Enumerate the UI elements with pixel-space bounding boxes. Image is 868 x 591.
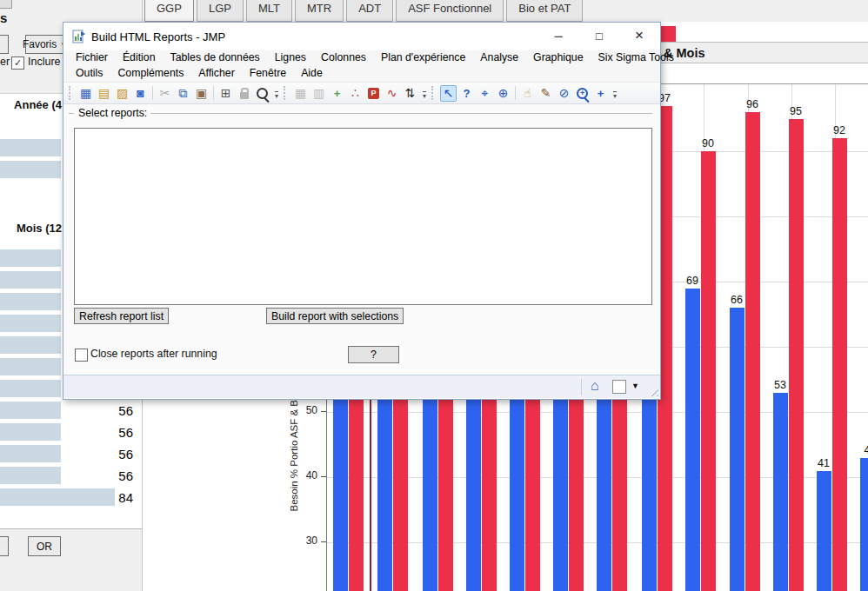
filter-row-bar[interactable] [0,161,61,178]
globe-crosshair-icon[interactable]: ⊕ [495,85,511,102]
close-button[interactable]: × [629,27,650,44]
brush-icon[interactable]: ✎ [537,85,554,102]
menu-compl-ments[interactable]: Compléments [117,67,184,79]
copy-icon[interactable]: ⧉ [175,85,191,102]
inclure-checkbox[interactable]: ✓ [11,56,24,70]
menu-fichier[interactable]: Fichier [76,51,108,63]
filter-row-bar[interactable] [0,293,61,310]
filter-row-bar[interactable] [0,467,61,484]
menu-six-sigma-tools[interactable]: Six Sigma Tools [598,51,674,63]
tab-mlt[interactable]: MLT [246,0,292,22]
move-tool-icon[interactable]: ⌖ [477,85,493,102]
open-icon[interactable]: ▨ [114,85,130,102]
build-report-button[interactable]: Build report with selections [266,308,404,324]
blue-bar[interactable] [860,458,868,591]
favoris-dropdown[interactable]: Favoris ▼ [25,35,64,54]
menu-graphique[interactable]: Graphique [533,51,583,63]
filter-row-count: 84 [118,487,133,508]
close-reports-checkbox[interactable] [75,349,88,362]
dropdown-caret-icon[interactable]: ▼ [631,382,639,390]
help-icon[interactable]: ? [458,85,475,102]
tab-mtr[interactable]: MTR [295,0,344,22]
lasso-icon[interactable]: ⊘ [556,85,572,102]
home-icon[interactable]: ⌂ [591,378,599,394]
new-script-icon[interactable]: ▤ [96,85,112,102]
close-reports-label: Close reports after running [90,348,217,360]
paste-icon[interactable]: ▣ [193,85,210,102]
columns-icon[interactable]: ▥ [310,85,327,102]
red-bar[interactable] [701,151,716,591]
menu-plan-d-exp-rience[interactable]: Plan d'expérience [381,51,465,63]
menu-analyse[interactable]: Analyse [480,51,518,63]
pattern-icon[interactable]: ∴ [347,85,364,102]
tab-asf-fonctionnel[interactable]: ASF Fonctionnel [396,0,504,22]
data-table-icon[interactable]: ▦ [292,85,309,102]
filter-row-bar[interactable] [0,249,61,267]
menu--dition[interactable]: Édition [123,51,156,63]
maximize-button[interactable]: □ [589,27,610,44]
minimize-button[interactable]: ─ [548,27,569,44]
filter-section-header: Mois (12 [17,222,62,235]
filter-row-bar[interactable] [0,423,61,441]
resize-grip[interactable] [648,386,658,396]
red-bar[interactable] [832,138,847,591]
filter-row-bar[interactable] [0,271,61,289]
preferences-icon[interactable]: ⊞ [217,85,234,102]
search-icon[interactable] [254,85,270,102]
partial-button[interactable] [0,536,9,556]
blue-bar[interactable] [685,289,700,591]
blue-bar[interactable] [730,308,744,591]
menu-colonnes[interactable]: Colonnes [321,51,366,63]
grabber-hand-icon[interactable]: ☝ [519,85,536,102]
magnifier-zoom-icon[interactable] [574,85,591,102]
report-listbox[interactable] [74,128,652,305]
or-button[interactable]: OR [28,536,61,556]
journal-icon[interactable]: ∿ [384,85,400,102]
cut-icon[interactable]: ✂ [157,85,173,102]
build-html-reports-dialog: Build HTML Reports - JMP ─ □ × FichierÉd… [63,22,661,400]
crosshair-plus-icon[interactable]: + [592,85,609,102]
tab-adt[interactable]: ADT [346,0,393,22]
save-icon[interactable]: ◙ [132,85,149,102]
filter-row-bar[interactable] [0,358,61,375]
filter-row-bar[interactable] [0,315,61,332]
tab-ggp[interactable]: GGP [144,0,194,22]
menu-outils[interactable]: Outils [76,67,103,79]
blue-bar[interactable] [773,393,788,591]
red-bar[interactable] [789,119,804,591]
filter-row-bar[interactable] [0,139,61,156]
menu-aide[interactable]: Aide [301,67,323,79]
add-graph-icon[interactable]: + [329,85,345,102]
jmp-dialog-icon [72,30,86,43]
statusbar-checkbox[interactable] [612,380,626,394]
blue-bar[interactable] [817,471,831,591]
menu-fen-tre[interactable]: Fenêtre [250,67,286,79]
lock-icon[interactable] [236,85,252,102]
menu-lignes[interactable]: Lignes [275,51,306,63]
help-button[interactable]: ? [348,346,399,363]
new-data-table-icon[interactable]: ▦ [77,85,94,102]
filter-row-bar[interactable] [0,380,61,397]
tab-bio-et-pat[interactable]: Bio et PAT [506,0,583,22]
groupbox-line [150,113,652,114]
bar-value-label: 90 [702,137,714,149]
filter-row-count: 56 [118,465,133,487]
partial-button[interactable] [0,35,9,54]
filter-row-bar[interactable] [0,445,61,462]
filter-row-bar[interactable] [0,402,61,419]
refresh-report-list-button[interactable]: Refresh report list [74,308,169,324]
arrow-cursor-icon[interactable]: ↖ [440,85,457,102]
menu-tables-de-donn-es[interactable]: Tables de données [170,51,260,63]
toolbar-overflow-icon[interactable]: ▾ [275,91,278,100]
sort-icon[interactable]: ⇅ [402,85,418,102]
toolbar-separator [152,86,153,100]
menu-afficher[interactable]: Afficher [198,67,234,79]
toolbar-grip [284,86,288,100]
powerpoint-export-icon[interactable]: P [365,85,382,102]
tab-lgp[interactable]: LGP [197,0,244,22]
filter-row-bar[interactable] [0,488,115,506]
red-bar[interactable] [745,112,760,591]
toolbar-overflow-icon[interactable]: ▾ [423,91,426,100]
toolbar-overflow-icon[interactable]: ▾ [613,91,617,100]
filter-row-bar[interactable] [0,336,61,354]
